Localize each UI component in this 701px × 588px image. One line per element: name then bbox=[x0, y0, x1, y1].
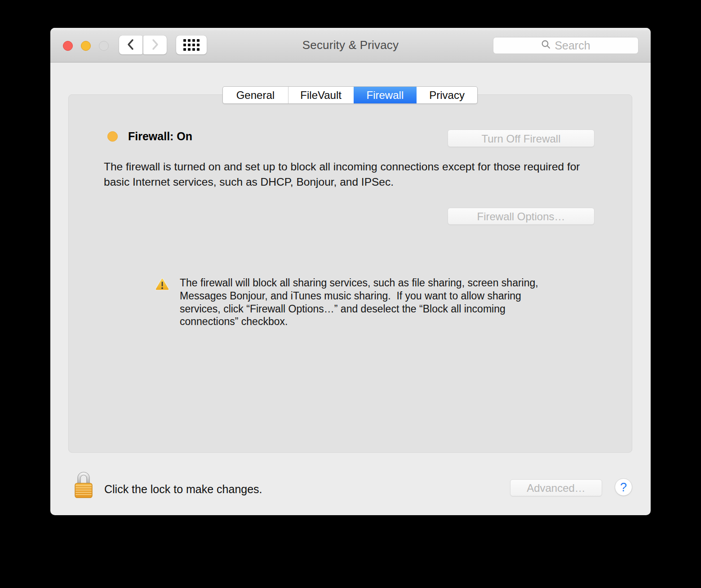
help-button[interactable]: ? bbox=[615, 478, 632, 496]
search-icon bbox=[541, 40, 551, 51]
tab-general[interactable]: General bbox=[223, 87, 288, 103]
firewall-status-label: Firewall: On bbox=[128, 128, 192, 144]
firewall-status-dot bbox=[107, 131, 118, 142]
tab-privacy[interactable]: Privacy bbox=[417, 87, 477, 103]
firewall-options-button: Firewall Options… bbox=[448, 208, 595, 225]
firewall-description: The firewall is turned on and set up to … bbox=[104, 159, 594, 190]
security-privacy-window: Security & Privacy Search General FileVa… bbox=[50, 28, 651, 515]
tab-filevault[interactable]: FileVault bbox=[288, 87, 354, 103]
tab-bar: General FileVault Firewall Privacy bbox=[222, 86, 478, 104]
turn-off-firewall-button: Turn Off Firewall bbox=[448, 129, 595, 147]
window-titlebar[interactable]: Security & Privacy Search bbox=[50, 28, 651, 62]
tab-firewall[interactable]: Firewall bbox=[354, 87, 417, 103]
search-placeholder: Search bbox=[555, 39, 590, 52]
firewall-warning-text: The firewall will block all sharing serv… bbox=[180, 276, 539, 328]
lock-message: Click the lock to make changes. bbox=[104, 482, 262, 496]
search-input[interactable]: Search bbox=[493, 37, 639, 54]
advanced-button: Advanced… bbox=[510, 479, 602, 496]
firewall-panel: Firewall: On Turn Off Firewall The firew… bbox=[68, 94, 632, 453]
lock-icon[interactable] bbox=[74, 469, 93, 501]
warning-icon bbox=[155, 277, 170, 293]
